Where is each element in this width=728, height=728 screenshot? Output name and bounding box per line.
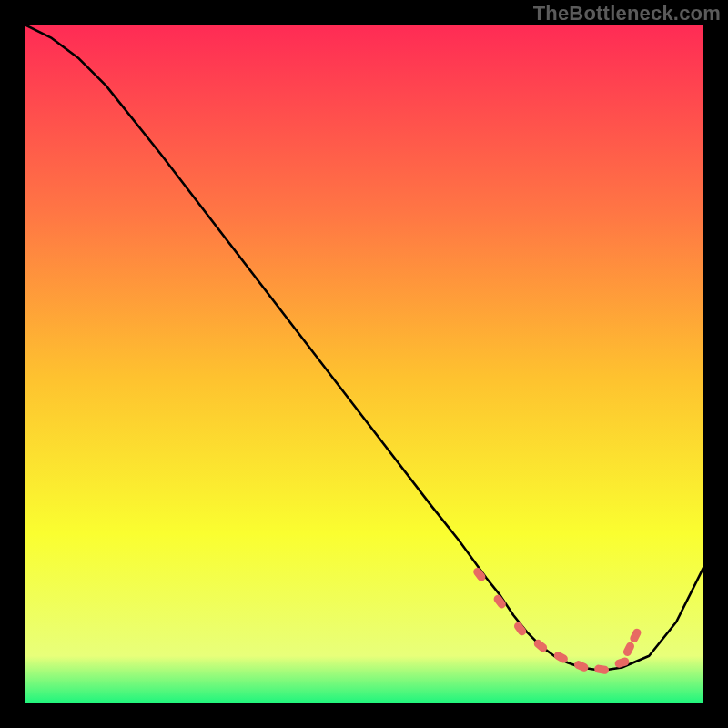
chart-svg	[25, 25, 703, 703]
gradient-background	[25, 25, 703, 703]
watermark-label: TheBottleneck.com	[533, 2, 721, 25]
plot-area	[25, 25, 703, 703]
chart-frame: TheBottleneck.com	[0, 0, 728, 728]
